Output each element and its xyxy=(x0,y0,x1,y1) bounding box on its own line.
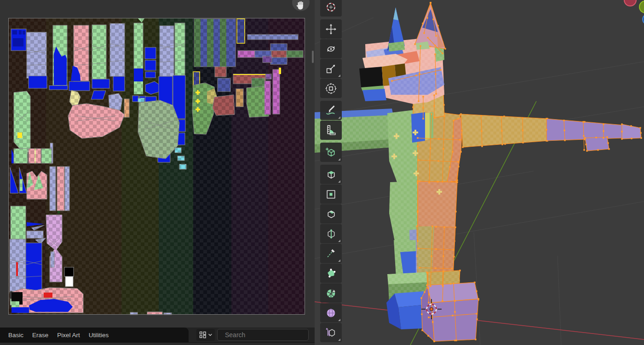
tool-extrude-region-button[interactable] xyxy=(320,165,342,184)
loop-cut-icon xyxy=(325,228,337,240)
uv-island xyxy=(16,262,18,276)
submenu-corner xyxy=(338,158,340,161)
tab-utilities[interactable]: Utilities xyxy=(89,332,109,339)
spin-icon xyxy=(325,287,337,299)
rotate-icon xyxy=(325,43,337,55)
extrude-region-icon xyxy=(325,168,337,181)
display-mode-dropdown[interactable] xyxy=(196,329,215,341)
blender-window: BasicErasePixel ArtUtilities xyxy=(0,0,644,345)
chevron-down-icon xyxy=(208,333,213,337)
submenu-corner xyxy=(338,116,340,119)
scale-icon xyxy=(325,63,337,75)
uv-island xyxy=(132,96,138,102)
uv-canvas[interactable] xyxy=(0,0,315,328)
uv-island xyxy=(26,243,42,290)
tab-pixel-art[interactable]: Pixel Art xyxy=(57,332,80,339)
uv-island xyxy=(92,79,109,88)
uv-island xyxy=(23,31,25,34)
tab-basic[interactable]: Basic xyxy=(8,332,23,339)
uv-island xyxy=(49,86,68,90)
grid-icon xyxy=(199,331,207,339)
tool-spin-button[interactable] xyxy=(320,283,342,303)
tool-add-cube-button[interactable] xyxy=(320,143,342,162)
tool-inset-faces-button[interactable] xyxy=(320,184,342,204)
cursor-icon xyxy=(325,1,337,13)
tool-loop-cut-button[interactable] xyxy=(320,224,342,243)
annotate-icon xyxy=(325,104,337,117)
uv-island xyxy=(91,91,106,99)
tool-move-button[interactable] xyxy=(320,19,342,39)
tool-smooth-button[interactable] xyxy=(320,303,342,322)
tool-measure-button[interactable] xyxy=(320,121,342,140)
uv-island xyxy=(12,30,17,34)
tool-bevel-button[interactable] xyxy=(320,204,342,224)
submenu-corner xyxy=(338,259,340,262)
submenu-corner xyxy=(338,319,340,321)
tool-cursor-button[interactable] xyxy=(320,0,342,17)
tool-annotate-button[interactable] xyxy=(320,101,342,120)
uv-island xyxy=(134,69,143,81)
inset-faces-icon xyxy=(325,188,337,201)
uv-island xyxy=(145,60,156,70)
model-part-nose-black xyxy=(359,67,383,87)
uv-island xyxy=(65,276,73,287)
tool-transform-button[interactable] xyxy=(320,79,342,98)
uv-island xyxy=(19,30,22,34)
viewport-scene[interactable] xyxy=(315,0,644,345)
uv-scrollbar[interactable] xyxy=(312,51,314,63)
search-box[interactable] xyxy=(217,329,309,341)
uv-image-editor[interactable]: BasicErasePixel ArtUtilities xyxy=(0,0,315,345)
uv-island xyxy=(279,68,281,74)
asset-shelf: BasicErasePixel ArtUtilities xyxy=(0,328,315,342)
search-input[interactable] xyxy=(224,331,309,339)
uv-island xyxy=(12,307,29,313)
knife-icon xyxy=(325,247,337,260)
tool-poly-build-button[interactable] xyxy=(320,264,342,283)
measure-icon xyxy=(325,124,337,137)
tool-scale-button[interactable] xyxy=(320,59,342,78)
tool-rotate-button[interactable] xyxy=(320,39,342,58)
uv-island xyxy=(145,72,155,78)
uv-island xyxy=(64,267,74,276)
uv-island xyxy=(145,47,156,59)
viewport-3d[interactable] xyxy=(315,0,644,345)
submenu-corner xyxy=(338,240,340,242)
uv-island xyxy=(13,38,23,46)
hand-icon xyxy=(296,0,306,11)
toolbar xyxy=(320,0,342,343)
poly-build-icon xyxy=(325,267,337,280)
tool-edge-slide-button[interactable] xyxy=(320,323,342,342)
submenu-corner xyxy=(338,180,340,183)
move-icon xyxy=(325,23,337,35)
edge-slide-icon xyxy=(325,327,337,339)
uv-island xyxy=(113,76,125,91)
tab-erase[interactable]: Erase xyxy=(32,332,48,339)
tool-knife-button[interactable] xyxy=(320,244,342,263)
uv-island xyxy=(69,81,90,91)
shelf-footer xyxy=(0,342,315,345)
model-part-collar-yellow xyxy=(425,113,430,140)
uv-island xyxy=(29,76,47,88)
uv-island xyxy=(44,293,52,298)
model-part-chin-blue xyxy=(362,89,386,101)
add-cube-icon xyxy=(325,146,337,159)
bevel-icon xyxy=(325,208,337,220)
uv-island xyxy=(58,211,60,213)
smooth-icon xyxy=(325,307,337,319)
transform-icon xyxy=(325,82,337,95)
submenu-corner xyxy=(338,75,340,77)
submenu-corner xyxy=(338,339,340,341)
uv-island xyxy=(17,132,22,138)
asset-shelf-tab-strip: BasicErasePixel ArtUtilities xyxy=(0,328,189,342)
